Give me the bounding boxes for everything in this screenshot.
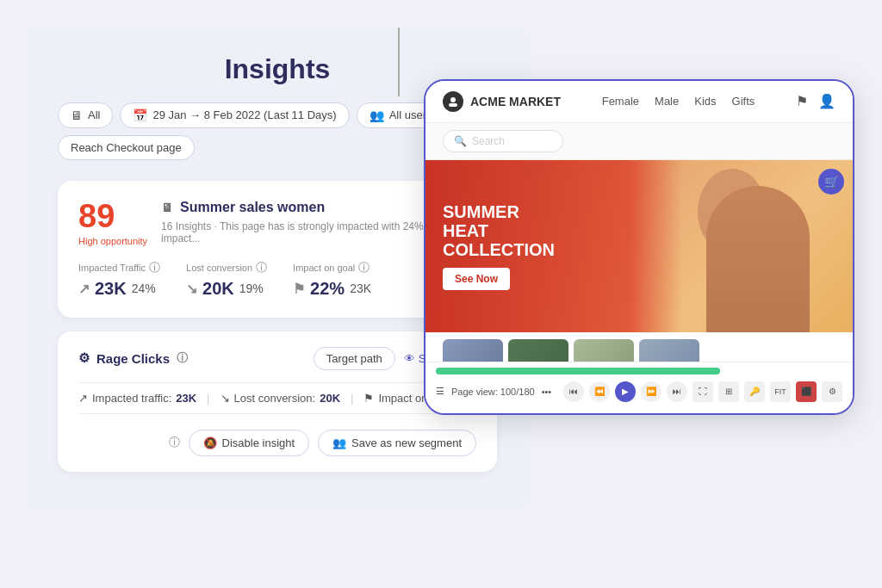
device-search-input[interactable]: 🔍 Search bbox=[443, 130, 563, 152]
device-timeline: ☰ Page view: 100/180 ••• ⏮ ⏪ ▶ ⏩ ⏭ ⛶ ⊞ 🔑… bbox=[425, 362, 853, 413]
conversion-arrow: ↘ bbox=[186, 281, 197, 297]
search-icon: 🔍 bbox=[454, 135, 467, 147]
metric-goal-value: ⚑ 22% 23K bbox=[293, 279, 371, 299]
play-button[interactable]: ▶ bbox=[615, 381, 636, 402]
calendar-icon: 📅 bbox=[133, 108, 147, 122]
metric-conversion-label: Lost conversion ⓘ bbox=[186, 260, 267, 275]
nav-gifts[interactable]: Gifts bbox=[732, 95, 755, 108]
device-nav: ACME MARKET Female Male Kids Gifts ⚑ 👤 bbox=[425, 81, 853, 123]
rage-separator-1: | bbox=[207, 392, 209, 405]
rage-card-header: ⚙ Rage Clicks ⓘ Target path 👁 See Replay bbox=[78, 347, 476, 370]
hero-text: SUMMER HEAT Collection bbox=[443, 202, 665, 259]
rage-card-footer: ⓘ 🔕 Disable insight 👥 Save as new segmen… bbox=[78, 430, 476, 456]
device-nav-links: Female Male Kids Gifts bbox=[602, 95, 755, 108]
divider-line bbox=[398, 28, 400, 96]
page-title: Insights bbox=[58, 53, 497, 85]
hero-overlay: SUMMER HEAT Collection See Now bbox=[425, 160, 682, 332]
hero-cta-button[interactable]: See Now bbox=[443, 268, 510, 290]
metric-goal: Impact on goal ⓘ ⚑ 22% 23K bbox=[293, 260, 371, 299]
traffic-arrow-icon: ↗ bbox=[78, 392, 88, 405]
rage-separator-2: | bbox=[351, 392, 353, 405]
dots-icon: ••• bbox=[542, 387, 552, 397]
brand-icon bbox=[443, 91, 463, 112]
eye-icon: 👁 bbox=[404, 352, 415, 365]
timeline-info: ☰ Page view: 100/180 ••• bbox=[436, 386, 551, 397]
info-icon-rage: ⓘ bbox=[177, 350, 188, 366]
device-hero: SUMMER HEAT Collection See Now 🛒 bbox=[425, 160, 853, 332]
rage-icon: ⚙ bbox=[78, 350, 90, 366]
score-section: 89 High opportunity bbox=[78, 200, 147, 246]
metric-traffic-label: Impacted Traffic ⓘ bbox=[78, 260, 160, 275]
nav-kids[interactable]: Kids bbox=[694, 95, 716, 108]
disable-icon: 🔕 bbox=[203, 436, 217, 449]
fast-forward-button[interactable]: ⏩ bbox=[641, 381, 662, 402]
nav-female[interactable]: Female bbox=[602, 95, 639, 108]
skip-to-end-button[interactable]: ⏭ bbox=[667, 381, 687, 402]
metric-traffic-value: ↗ 23K 24% bbox=[78, 279, 160, 299]
footer-info-icon: ⓘ bbox=[169, 435, 180, 450]
metric-goal-label: Impact on goal ⓘ bbox=[293, 260, 371, 275]
fullscreen-button[interactable]: ⛶ bbox=[693, 381, 713, 402]
svg-rect-1 bbox=[449, 103, 457, 107]
rage-metrics-row: ↗ Impacted traffic: 23K | ↘ Lost convers… bbox=[78, 382, 476, 414]
nav-male[interactable]: Male bbox=[655, 95, 679, 108]
users-icon: 👥 bbox=[370, 108, 384, 122]
score-number: 89 bbox=[78, 200, 115, 232]
rewind-button[interactable]: ⏪ bbox=[589, 381, 610, 402]
monitor-icon: 🖥 bbox=[71, 108, 83, 122]
info-icon-traffic: ⓘ bbox=[149, 260, 160, 275]
menu-icon: ☰ bbox=[436, 386, 444, 397]
score-label: High opportunity bbox=[78, 236, 147, 246]
metric-conversion-value: ↘ 20K 19% bbox=[186, 279, 267, 299]
device-mockup: ACME MARKET Female Male Kids Gifts ⚑ 👤 🔍… bbox=[424, 79, 854, 415]
device-search-bar: 🔍 Search bbox=[425, 123, 853, 160]
device-brand: ACME MARKET bbox=[443, 91, 561, 112]
metrics-row: Impacted Traffic ⓘ ↗ 23K 24% Lost conver… bbox=[78, 260, 476, 299]
device-nav-icons: ⚑ 👤 bbox=[796, 93, 835, 109]
save-segment-button[interactable]: 👥 Save as new segment bbox=[318, 430, 476, 456]
metric-conversion: Lost conversion ⓘ ↘ 20K 19% bbox=[186, 260, 267, 299]
goal-flag-icon: ⚑ bbox=[363, 392, 374, 405]
user-icon: 👤 bbox=[818, 93, 835, 109]
timeline-controls: ☰ Page view: 100/180 ••• ⏮ ⏪ ▶ ⏩ ⏭ ⛶ ⊞ 🔑… bbox=[436, 381, 842, 402]
settings-button[interactable]: ⚙ bbox=[822, 381, 842, 402]
record-button[interactable]: ⬛ bbox=[796, 381, 817, 402]
fit-button[interactable]: FIT bbox=[770, 381, 791, 402]
zoom-button[interactable]: ⊞ bbox=[718, 381, 739, 402]
goal-arrow: ⚑ bbox=[293, 281, 305, 297]
timeline-buttons: ⏮ ⏪ ▶ ⏩ ⏭ ⛶ ⊞ 🔑 FIT ⬛ ⚙ bbox=[563, 381, 842, 402]
timeline-progress-bar[interactable] bbox=[436, 368, 720, 374]
skip-to-start-button[interactable]: ⏮ bbox=[563, 381, 584, 402]
disable-insight-button[interactable]: 🔕 Disable insight bbox=[189, 430, 310, 456]
flag-icon: ⚑ bbox=[796, 93, 808, 109]
rage-title: ⚙ Rage Clicks ⓘ bbox=[78, 350, 188, 366]
traffic-arrow: ↗ bbox=[78, 281, 90, 297]
rage-metric-traffic: ↗ Impacted traffic: 23K bbox=[78, 392, 196, 405]
filter-reach[interactable]: Reach Checkout page bbox=[58, 135, 195, 160]
metric-traffic: Impacted Traffic ⓘ ↗ 23K 24% bbox=[78, 260, 160, 299]
conversion-arrow-icon: ↘ bbox=[220, 392, 230, 405]
filter-all[interactable]: 🖥 All bbox=[58, 102, 113, 128]
insight-icon: 🖥 bbox=[161, 201, 173, 214]
rage-metric-conversion: ↘ Lost conversion: 20K bbox=[220, 392, 341, 405]
target-path-button[interactable]: Target path bbox=[314, 347, 395, 370]
info-icon-goal: ⓘ bbox=[358, 260, 370, 275]
segment-icon: 👥 bbox=[332, 436, 346, 449]
info-icon-conversion: ⓘ bbox=[256, 260, 267, 275]
filter-date[interactable]: 📅 29 Jan → 8 Feb 2022 (Last 11 Days) bbox=[120, 102, 349, 128]
cart-button[interactable]: 🛒 bbox=[818, 169, 844, 195]
svg-point-0 bbox=[450, 97, 456, 102]
key-button[interactable]: 🔑 bbox=[744, 381, 765, 402]
